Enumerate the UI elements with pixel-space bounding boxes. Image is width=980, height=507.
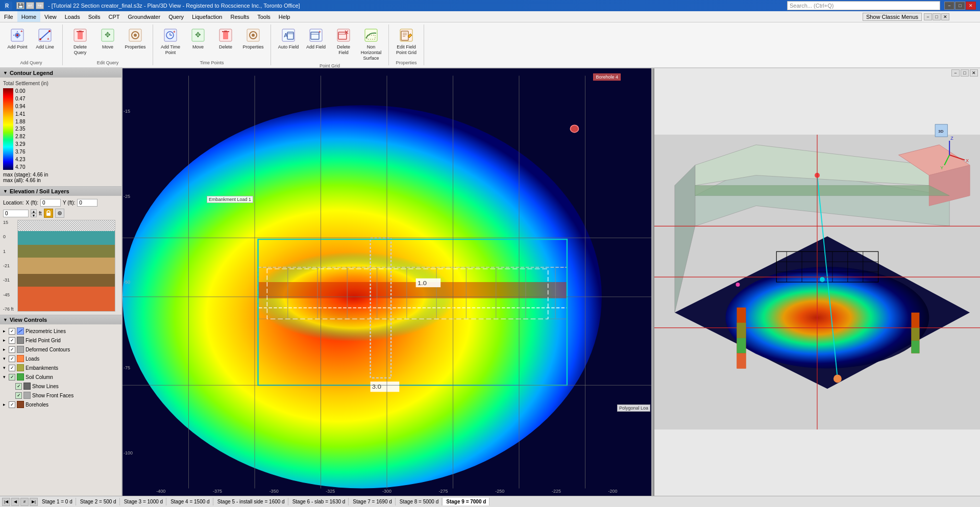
soil-layer-darkbrown <box>18 274 115 287</box>
vc-show-lines[interactable]: ✓ Show Lines <box>1 382 120 391</box>
add-line-button[interactable]: + Add Line <box>32 24 58 52</box>
delete-button[interactable]: Delete <box>212 24 239 52</box>
vc-show-front-faces[interactable]: ✓ Show Front Faces <box>1 391 120 400</box>
legend-val-6: 2.82 <box>15 134 25 139</box>
3d-close-btn[interactable]: ✕ <box>970 69 978 77</box>
non-horiz-button[interactable]: Non Horizontal Surface <box>358 24 384 62</box>
x-label-4: -300 <box>382 489 391 494</box>
vc-expand-loads[interactable]: ▾ <box>3 356 7 361</box>
stage-7[interactable]: Stage 7 = 1690 d <box>350 498 395 505</box>
vc-check-fpg[interactable]: ✓ <box>9 337 15 344</box>
vc-check-dc[interactable]: ✓ <box>9 346 15 353</box>
stage-next-btn[interactable]: ▶| <box>30 498 38 506</box>
vc-expand-soil-column[interactable]: ▾ <box>3 374 7 379</box>
menu-file[interactable]: File <box>0 11 17 22</box>
stage-first-btn[interactable]: |◀ <box>2 498 10 506</box>
vc-piezometric-lines[interactable]: ▸ ✓ Piezometric Lines <box>1 326 120 336</box>
vc-boreholes[interactable]: ▸ ✓ Boreholes <box>1 400 120 409</box>
stage-9[interactable]: Stage 9 = 7000 d <box>443 498 489 505</box>
contour-legend-header[interactable]: ▼ Contour Legend <box>0 68 121 78</box>
delete-field-button[interactable]: Delete Field <box>330 24 357 57</box>
vc-check-show-lines[interactable]: ✓ <box>15 383 22 390</box>
stage-5[interactable]: Stage 5 - install side = 1600 d <box>214 498 288 505</box>
y-label-4: -100 <box>124 450 133 455</box>
vc-field-point-grid[interactable]: ▸ ✓ Field Point Grid <box>1 336 120 345</box>
depth-down-btn[interactable]: ▼ <box>31 213 37 217</box>
x-label-0: -400 <box>156 489 165 494</box>
stage-4[interactable]: Stage 4 = 1500 d <box>167 498 213 505</box>
properties2-button[interactable]: Properties <box>240 24 266 52</box>
stage-play-btn[interactable]: # <box>20 498 29 506</box>
x-input[interactable] <box>40 199 61 207</box>
menu-liquefaction[interactable]: Liquefaction <box>188 11 226 22</box>
menu-soils[interactable]: Soils <box>84 11 105 22</box>
delete-query-button[interactable]: Delete Query <box>67 24 93 57</box>
stage-6[interactable]: Stage 6 - slab = 1630 d <box>289 498 349 505</box>
depth-spinner[interactable]: ▲ ▼ <box>31 209 37 217</box>
3d-restore-btn[interactable]: □ <box>961 69 969 77</box>
menu-loads[interactable]: Loads <box>61 11 84 22</box>
plan-view[interactable]: 3.0 1.0 <box>122 68 651 496</box>
vc-check-piezometric[interactable]: ✓ <box>9 328 15 335</box>
add-field-button[interactable]: + Add Field <box>303 24 329 52</box>
vc-expand-dc[interactable]: ▸ <box>3 347 7 352</box>
panel-close-button[interactable]: ✕ <box>941 13 949 20</box>
menu-tools[interactable]: Tools <box>253 11 275 22</box>
legend-val-4: 1.88 <box>15 119 25 124</box>
panel-minimize-button[interactable]: − <box>924 13 932 20</box>
add-point-button[interactable]: + Add Point <box>4 24 31 52</box>
close-button[interactable]: ✕ <box>966 2 976 10</box>
lock-icon[interactable] <box>44 209 53 218</box>
auto-field-button[interactable]: A Auto Field <box>275 24 302 52</box>
3d-minimize-btn[interactable]: − <box>951 69 960 77</box>
vc-expand-boreholes[interactable]: ▸ <box>3 402 7 407</box>
vc-embankments[interactable]: ▾ ✓ Embankments <box>1 363 120 372</box>
move-button[interactable]: ✥ Move <box>94 24 121 52</box>
toolbar-quick-save[interactable]: 💾 ↩ ↪ <box>16 2 44 9</box>
3d-viewport[interactable]: X Y Z 3D − □ ✕ <box>653 68 980 496</box>
depth-input[interactable] <box>3 210 29 217</box>
move2-button[interactable]: ✥ Move <box>185 24 211 52</box>
vc-check-embankments[interactable]: ✓ <box>9 365 15 371</box>
stage-3[interactable]: Stage 3 = 1000 d <box>121 498 166 505</box>
stage-8[interactable]: Stage 8 = 5000 d <box>397 498 442 505</box>
vc-check-soil-column[interactable]: ✓ <box>9 374 15 381</box>
vc-loads[interactable]: ▾ ✓ Loads <box>1 354 120 363</box>
vc-deformed-contours[interactable]: ▸ ✓ Deformed Contours <box>1 345 120 354</box>
vc-soil-column[interactable]: ▾ ✓ Soil Column <box>1 372 120 382</box>
view-icon[interactable] <box>55 209 64 218</box>
svg-rect-32 <box>224 31 227 32</box>
minimize-button[interactable]: − <box>944 2 954 10</box>
menu-home[interactable]: Home <box>17 11 40 22</box>
soil-layer-olive <box>18 245 115 258</box>
menu-view[interactable]: View <box>40 11 61 22</box>
menu-query[interactable]: Query <box>164 11 188 22</box>
view-controls-header[interactable]: ▼ View Controls <box>0 315 121 324</box>
stage-1[interactable]: Stage 1 = 0 d <box>39 498 76 505</box>
show-classic-menus-button[interactable]: Show Classic Menus <box>863 13 922 21</box>
elevation-header[interactable]: ▼ Elevation / Soil Layers <box>0 187 121 196</box>
y-input[interactable] <box>77 199 97 207</box>
properties-button[interactable]: Properties <box>122 24 149 52</box>
search-box[interactable]: Search... (Ctrl+Q) <box>787 1 940 10</box>
panel-restore-button[interactable]: □ <box>933 13 941 20</box>
stage-2[interactable]: Stage 2 = 500 d <box>77 498 120 505</box>
svg-text:Y: Y <box>940 165 943 170</box>
menu-cpt[interactable]: CPT <box>105 11 124 22</box>
menu-help[interactable]: Help <box>275 11 295 22</box>
stage-prev-btn[interactable]: ◀ <box>11 498 19 506</box>
vc-check-boreholes[interactable]: ✓ <box>9 401 15 408</box>
edit-field-point-grid-button[interactable]: Edit Field Point Grid <box>393 24 420 57</box>
contour-legend-title: Contour Legend <box>10 70 53 76</box>
menu-groundwater[interactable]: Groundwater <box>124 11 165 22</box>
delete-icon <box>217 27 234 43</box>
maximize-button[interactable]: □ <box>955 2 965 10</box>
vc-check-loads[interactable]: ✓ <box>9 356 15 362</box>
vc-expand-embankments[interactable]: ▾ <box>3 365 7 370</box>
add-time-point-button[interactable]: + Add Time Point <box>157 24 184 57</box>
depth-up-btn[interactable]: ▲ <box>31 209 37 213</box>
vc-expand-piezometric[interactable]: ▸ <box>3 328 7 334</box>
vc-check-show-front-faces[interactable]: ✓ <box>15 392 22 399</box>
vc-expand-fpg[interactable]: ▸ <box>3 338 7 343</box>
menu-results[interactable]: Results <box>226 11 253 22</box>
